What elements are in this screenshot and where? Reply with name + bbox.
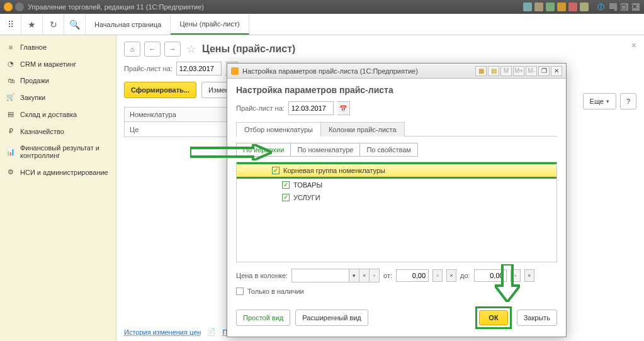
- dlg-m[interactable]: M: [500, 66, 512, 76]
- tree-row-root[interactable]: ✓ Корневая группа номенклатуры: [237, 162, 556, 179]
- from-clear-icon[interactable]: ×: [446, 269, 456, 282]
- dlg-m-minus[interactable]: M-: [526, 66, 537, 76]
- tb-tool-1-icon[interactable]: [523, 3, 532, 11]
- dlg-close-button[interactable]: ✕: [551, 66, 562, 76]
- right-tools: Еще▾ ?: [583, 93, 636, 109]
- back-button[interactable]: ←: [144, 42, 161, 57]
- sidebar-item-warehouse[interactable]: ▤Склад и доставка: [0, 106, 116, 123]
- treasury-icon: ₽: [6, 127, 15, 135]
- simple-view-label: Простой вид: [243, 314, 283, 321]
- tb-tool-5-icon[interactable]: [568, 3, 577, 11]
- subtab-nomenclature[interactable]: По номенклатуре: [290, 143, 360, 157]
- tree-box[interactable]: ✓ Корневая группа номенклатуры ✓ ТОВАРЫ …: [236, 162, 557, 262]
- combo-dropdown-icon[interactable]: ▾: [349, 269, 359, 282]
- to-stepper-icon[interactable]: ▫: [511, 269, 521, 282]
- dialog-date-input[interactable]: [288, 101, 334, 115]
- dialog-title-controls: ▦ ▤ M M+ M- ❐ ✕: [475, 66, 562, 76]
- tab-columns[interactable]: Колонки прайс-листа: [320, 122, 405, 137]
- sidebar-item-treasury[interactable]: ₽Казначейство: [0, 123, 116, 140]
- sidebar-item-main[interactable]: ≡Главное: [0, 39, 116, 55]
- dlg-tool-2[interactable]: ▤: [488, 66, 499, 76]
- tb-tool-4-icon[interactable]: [557, 3, 566, 11]
- sidebar-item-sales[interactable]: 🛍Продажи: [0, 72, 116, 89]
- maximize-button[interactable]: ▢: [620, 3, 629, 11]
- price-column-combo[interactable]: ▾ × ▫: [291, 269, 380, 282]
- col-header-nomenclature[interactable]: Номенклатура: [124, 107, 237, 122]
- dialog-window-title: Настройка параметров прайс-листа (1С:Пре…: [242, 67, 418, 75]
- sidebar-item-label: Финансовый результат и контроллинг: [20, 144, 110, 159]
- more-button[interactable]: Еще▾: [583, 93, 616, 109]
- checkbox-checked-icon[interactable]: ✓: [282, 181, 290, 189]
- ok-highlight: ОК: [475, 306, 511, 329]
- forward-button[interactable]: →: [164, 42, 181, 57]
- checkbox-checked-icon[interactable]: ✓: [282, 194, 290, 201]
- dlg-tool-1[interactable]: ▦: [475, 66, 487, 76]
- tb-tool-3-icon[interactable]: [546, 3, 555, 11]
- subtab-hierarchy[interactable]: По иерархии: [236, 143, 291, 157]
- history-icon[interactable]: ↻: [43, 14, 64, 35]
- from-input[interactable]: [396, 269, 429, 282]
- home-button[interactable]: ⌂: [124, 42, 140, 57]
- form-button[interactable]: Сформировать...: [124, 82, 196, 98]
- sales-icon: 🛍: [6, 77, 15, 84]
- stock-only-row[interactable]: Только в наличии: [236, 288, 557, 295]
- sidebar-item-finance[interactable]: 📊Финансовый результат и контроллинг: [0, 140, 116, 164]
- sidebar-item-label: Склад и доставка: [20, 111, 77, 118]
- sidebar-item-label: CRM и маркетинг: [20, 60, 76, 68]
- sidebar-item-crm[interactable]: ◔CRM и маркетинг: [0, 55, 116, 72]
- from-label: от:: [383, 272, 392, 279]
- sidebar: ≡Главное ◔CRM и маркетинг 🛍Продажи 🛒Заку…: [0, 35, 116, 341]
- checkbox-checked-icon[interactable]: ✓: [272, 167, 280, 174]
- dialog-titlebar[interactable]: Настройка параметров прайс-листа (1С:Пре…: [227, 64, 566, 79]
- stock-only-label: Только в наличии: [247, 288, 304, 295]
- tb-info-icon[interactable]: ⓘ: [597, 3, 606, 11]
- chart-icon: 📊: [6, 148, 15, 156]
- col-header-price[interactable]: Це: [124, 122, 237, 137]
- more-button-label: Еще: [590, 98, 604, 105]
- close-page-button[interactable]: ×: [631, 40, 636, 50]
- menu-icon: ≡: [6, 43, 15, 51]
- dlg-m-plus[interactable]: M+: [513, 66, 524, 76]
- simple-view-button[interactable]: Простой вид: [236, 310, 290, 326]
- subtab-properties[interactable]: По свойствам: [359, 143, 418, 157]
- sidebar-item-label: Казначейство: [20, 128, 64, 135]
- apps-icon[interactable]: ⠿: [0, 14, 21, 35]
- tree-row-services[interactable]: ✓ УСЛУГИ: [237, 191, 556, 204]
- search-icon[interactable]: 🔍: [64, 14, 86, 35]
- tree-row-goods[interactable]: ✓ ТОВАРЫ: [237, 179, 556, 191]
- star-icon[interactable]: ★: [21, 14, 43, 35]
- sidebar-item-label: НСИ и администрирование: [20, 169, 108, 176]
- dialog-date-row: Прайс-лист на: 📅: [236, 101, 557, 115]
- ok-button[interactable]: ОК: [479, 310, 507, 325]
- advanced-view-button[interactable]: Расширенный вид: [295, 310, 368, 326]
- favorite-star-icon[interactable]: ☆: [184, 42, 198, 56]
- tab-filter-nomenclature[interactable]: Отбор номенклатуры: [236, 122, 321, 137]
- combo-open-icon[interactable]: ▫: [369, 269, 379, 282]
- dialog-calendar-icon[interactable]: 📅: [337, 101, 350, 115]
- cart-icon: 🛒: [6, 93, 15, 101]
- sidebar-item-purchases[interactable]: 🛒Закупки: [0, 89, 116, 106]
- dlg-restore-button[interactable]: ❐: [538, 66, 550, 76]
- help-button[interactable]: ?: [620, 93, 636, 109]
- back-icon[interactable]: [15, 3, 24, 11]
- from-stepper-icon[interactable]: ▫: [432, 269, 443, 282]
- close-window-button[interactable]: ✕: [631, 3, 640, 11]
- combo-clear-icon[interactable]: ×: [359, 269, 369, 282]
- sidebar-item-admin[interactable]: ⚙НСИ и администрирование: [0, 164, 116, 181]
- price-column-input[interactable]: [292, 269, 349, 282]
- settings-dialog: Настройка параметров прайс-листа (1С:Пре…: [227, 63, 567, 337]
- to-input[interactable]: [474, 269, 507, 282]
- dialog-tabs: Отбор номенклатуры Колонки прайс-листа: [236, 121, 557, 137]
- tb-tool-6-icon[interactable]: [580, 3, 589, 11]
- tab-home[interactable]: Начальная страница: [86, 14, 171, 35]
- close-dialog-button[interactable]: Закрыть: [517, 310, 557, 326]
- tab-prices[interactable]: Цены (прайс-лист): [171, 14, 249, 35]
- tb-tool-2-icon[interactable]: [534, 3, 543, 11]
- dialog-footer: Простой вид Расширенный вид ОК Закрыть: [236, 306, 557, 329]
- minimize-button[interactable]: ▁: [609, 3, 618, 11]
- to-clear-icon[interactable]: ×: [524, 269, 534, 282]
- checkbox-unchecked-icon[interactable]: [236, 288, 244, 295]
- tree-label: Корневая группа номенклатуры: [283, 167, 385, 174]
- history-link[interactable]: История изменения цен: [124, 328, 201, 336]
- date-input[interactable]: [176, 62, 222, 75]
